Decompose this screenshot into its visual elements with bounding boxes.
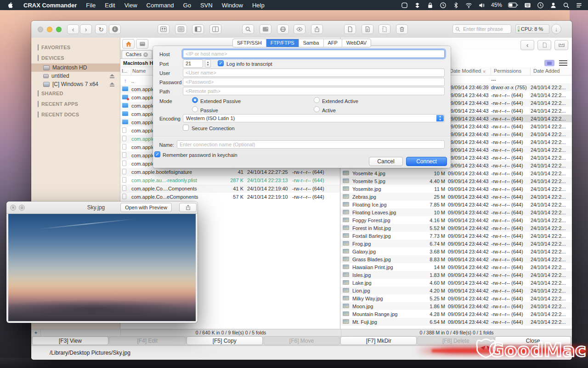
function-key-button[interactable]: [F4] Edit <box>109 336 186 345</box>
search-icon[interactable] <box>563 2 570 9</box>
protocol-tab[interactable]: Samba <box>299 39 324 47</box>
open-with-preview-button[interactable]: Open with Preview <box>120 203 172 212</box>
quicklook-share-button[interactable] <box>179 203 197 212</box>
network-button[interactable] <box>277 24 289 34</box>
file-row[interactable]: Yosemite 4.jpg 10 M 09/09/14 23:44:43 -r… <box>340 169 572 177</box>
app-switcher-icon[interactable] <box>401 2 408 9</box>
file-row[interactable]: Isles.jpg 1.83 M 09/09/14 23:44:42 -rw-r… <box>340 271 572 279</box>
tab-bar-button[interactable] <box>554 40 568 50</box>
info-button[interactable]: i <box>109 24 121 34</box>
home-button[interactable] <box>122 39 135 49</box>
file-row[interactable]: Floating Ice.jpg 7.85 M 09/09/14 23:44:4… <box>340 201 572 208</box>
tab-caches[interactable]: Caches ✕ <box>122 50 152 58</box>
mode-extended-active-radio[interactable] <box>314 97 320 103</box>
quicklook-titlebar[interactable]: ✕ ⊘ Sky.jpg Open with Preview <box>6 201 198 214</box>
file-row[interactable]: Floating Leaves.jpg 10 M 09/09/14 23:44:… <box>340 208 572 216</box>
minimize-window-button[interactable] <box>47 27 52 32</box>
file-row[interactable]: Lion.jpg 4.20 M 09/09/14 23:44:42 -rw-r-… <box>340 287 572 294</box>
mode-passive-radio[interactable] <box>192 106 198 112</box>
file-row[interactable]: Yosemite.jpg 11 M 09/09/14 23:44:43 -rw-… <box>340 185 572 193</box>
close-tab-icon[interactable]: ✕ <box>143 52 148 57</box>
file-row[interactable]: com.apple.bootefisignature 41 24/10/14 2… <box>120 168 340 176</box>
menu-item[interactable]: File <box>81 2 100 9</box>
trash-button[interactable] <box>396 24 408 34</box>
file-row[interactable]: Hawaiian Print.jpg 14 M 09/09/14 23:44:4… <box>340 263 572 271</box>
add-tab-button[interactable]: + <box>31 329 41 336</box>
notification-list-icon[interactable] <box>576 2 582 9</box>
file-row[interactable]: Galaxy.jpg 3.68 M 09/09/14 23:44:42 -rw-… <box>340 247 572 255</box>
refresh-button[interactable]: ↻ <box>95 24 107 34</box>
new-document-button[interactable] <box>537 40 551 50</box>
menu-item[interactable]: Go <box>179 2 196 9</box>
remember-password-checkbox[interactable] <box>154 151 160 157</box>
file-row[interactable]: Moon.jpg 1.86 M 09/09/14 23:44:42 -rw-r-… <box>340 302 572 310</box>
share-button[interactable] <box>311 24 323 34</box>
file-row[interactable]: Milky Way.jpg 5.25 M 09/09/14 23:44:42 -… <box>340 294 572 302</box>
file-row[interactable]: Lake.jpg 4.60 M 09/09/14 23:44:42 -rw-r-… <box>340 279 572 287</box>
protocol-tab[interactable]: WebDAV <box>342 39 371 47</box>
function-key-button[interactable]: [F3] View <box>32 336 108 345</box>
icon-view-button[interactable] <box>158 24 170 34</box>
user-icon[interactable] <box>550 2 557 9</box>
function-key-button[interactable]: [F8] Delete <box>418 336 494 345</box>
mode-extended-passive-radio[interactable] <box>192 97 198 103</box>
file-row[interactable]: Foxtail Barley.jpg 7.73 M 09/09/14 23:44… <box>340 232 572 240</box>
protocol-tab[interactable]: SFTP/SSH <box>233 39 266 47</box>
sidebar-item[interactable]: SHARED <box>31 88 120 99</box>
sidebar-item[interactable]: [C] Windows 7 x64 <box>31 80 120 88</box>
sidebar-item[interactable]: RECENT APPS <box>31 99 120 109</box>
connection-name-input[interactable] <box>177 140 445 149</box>
dropbox-icon[interactable] <box>414 2 421 9</box>
volume-select-button[interactable] <box>136 39 148 49</box>
cancel-button[interactable]: Cancel <box>369 157 403 166</box>
function-key-button[interactable]: [F6] Move <box>264 336 340 345</box>
eject-icon[interactable] <box>110 74 114 78</box>
function-key-button[interactable]: Close <box>495 336 571 345</box>
menu-item[interactable]: View <box>120 2 142 9</box>
column-permissions[interactable]: Permissions <box>491 67 531 75</box>
folder-view-toggle[interactable] <box>544 60 554 66</box>
file-row[interactable]: Forest in Mist.jpg 5.52 M 09/09/14 23:44… <box>340 224 572 232</box>
path-bar[interactable]: /Library/Desktop Pictures/Sky.jpg <box>31 345 572 360</box>
menu-item[interactable]: Help <box>248 2 269 9</box>
sidebar-item[interactable]: DEVICES <box>31 53 120 63</box>
quicklook-close-button[interactable]: ✕ <box>10 205 16 211</box>
function-key-button[interactable]: [F7] MkDir <box>340 336 417 345</box>
protocol-tab[interactable]: FTP/FTPS <box>266 39 299 47</box>
edit-file-button[interactable] <box>362 24 373 34</box>
list-view-toggle[interactable] <box>559 60 567 66</box>
close-window-button[interactable] <box>38 27 43 32</box>
file-row[interactable]: Mountain Range.jpg 4.28 M 09/09/14 23:44… <box>340 310 572 318</box>
file-row[interactable]: com.apple.Co...eComponents 57 K 24/10/14… <box>120 193 340 201</box>
column-icon[interactable]: I... <box>120 67 131 75</box>
transfers-button[interactable]: ↓ <box>551 24 561 34</box>
menu-item[interactable]: Command <box>142 2 179 9</box>
file-row[interactable]: Frog.jpg 6.74 M 09/09/14 23:44:42 -rw-r-… <box>340 240 572 247</box>
file-row[interactable]: com.apple.au...-readonly.plist 287 K 24/… <box>120 176 340 184</box>
port-input[interactable] <box>183 59 203 68</box>
back-button[interactable]: ‹ <box>67 24 79 34</box>
menu-app-name[interactable]: CRAX Commander <box>19 2 81 9</box>
path-input[interactable] <box>183 87 445 95</box>
file-row[interactable]: Grass Blades.jpg 8.83 M 09/09/14 23:44:4… <box>340 255 572 263</box>
image-tool-button[interactable] <box>260 24 271 34</box>
column-date-added[interactable]: Date Added <box>531 67 572 75</box>
input-source-icon[interactable] <box>524 2 531 9</box>
menu-item[interactable]: SVN <box>196 2 217 9</box>
mode-active-radio[interactable] <box>314 106 320 112</box>
sidebar-item[interactable]: untitled <box>31 72 120 80</box>
zoom-window-button[interactable] <box>56 27 62 32</box>
window-titlebar[interactable]: ‹ › ↻ i CPU: 8 % ↓ <box>31 21 572 38</box>
encoding-select[interactable]: Western (ISO Latin 1) ▲▼ <box>183 114 445 122</box>
file-row[interactable]: Mt. Fuji.jpg 6.54 M 09/09/14 23:44:42 -r… <box>340 318 572 326</box>
host-input[interactable] <box>183 50 445 58</box>
function-key-button[interactable]: [F5] Copy <box>187 336 263 345</box>
filter-input[interactable] <box>462 26 509 32</box>
connect-button[interactable]: Connect <box>406 157 447 166</box>
volume-icon[interactable] <box>478 2 485 9</box>
bluetooth-icon[interactable] <box>452 2 459 9</box>
protocol-tab[interactable]: AFP <box>323 39 342 47</box>
sidebar-item[interactable]: FAVORITES <box>31 42 120 53</box>
lock-icon[interactable] <box>427 2 434 9</box>
password-input[interactable] <box>183 78 445 86</box>
